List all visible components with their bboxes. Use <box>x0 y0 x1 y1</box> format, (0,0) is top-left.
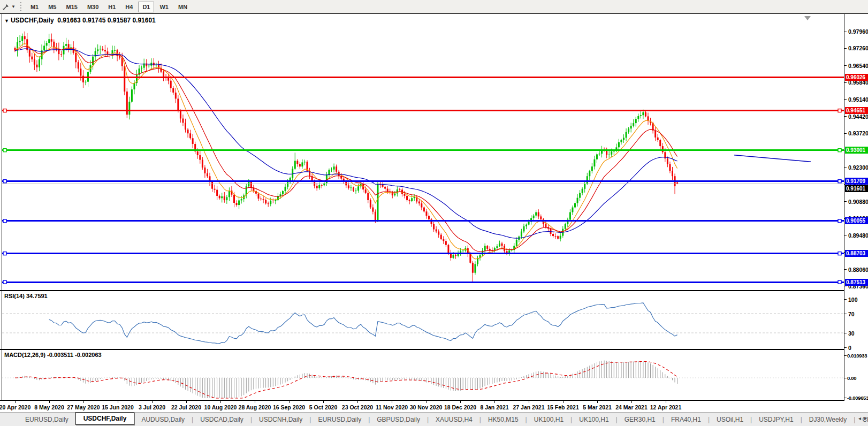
chart-tab[interactable]: USDCAD,Daily <box>193 414 250 425</box>
tab-scroll-right-icon[interactable]: ▸ <box>864 415 867 421</box>
date-label: 18 Dec 2020 <box>444 404 476 410</box>
date-tick-mark <box>289 401 290 403</box>
rsi-tick: 70 <box>848 311 855 317</box>
date-label: 22 Jul 2020 <box>171 404 201 410</box>
price-tick-mark <box>844 133 847 134</box>
chart-tab[interactable]: AUDUSD,Daily <box>134 414 192 425</box>
price-tick-mark <box>844 201 847 202</box>
rsi-tick-mark <box>844 299 847 300</box>
price-axis[interactable]: 0.979600.972600.965400.958400.951400.944… <box>844 14 868 401</box>
chart-tab[interactable]: UK100,H1 <box>572 414 615 425</box>
date-tick-mark <box>152 401 153 403</box>
timeframe-button-m15[interactable]: M15 <box>62 2 81 12</box>
date-tick-mark <box>597 401 598 403</box>
date-label: 30 Nov 2020 <box>410 404 443 410</box>
dropdown-arrow-icon[interactable]: ▼ <box>11 4 16 9</box>
price-tick: 0.96540 <box>848 63 868 69</box>
macd-label: MACD(12,26,9) -0.003511 -0.002063 <box>4 352 102 358</box>
date-tick-mark <box>494 401 495 403</box>
chart-tab[interactable]: XAUUSD,H4 <box>429 414 479 425</box>
rsi-line-group <box>2 303 844 344</box>
timeframe-button-w1[interactable]: W1 <box>155 2 173 12</box>
date-tick-mark <box>357 401 358 403</box>
price-tick-mark <box>844 99 847 100</box>
chart-tab[interactable]: GER30,H1 <box>618 414 663 425</box>
price-tick: 0.90880 <box>848 199 868 205</box>
timeframe-button-d1[interactable]: D1 <box>138 2 154 12</box>
date-label: 8 May 2020 <box>34 404 64 410</box>
panel-separator[interactable] <box>0 349 868 350</box>
panel-separator[interactable] <box>0 290 868 291</box>
chart-tab-bar: EURUSD,DailyUSDCHF,DailyAUDUSD,Daily|USD… <box>0 412 868 426</box>
date-label: 3 Jul 2020 <box>139 404 165 410</box>
chart-tab[interactable]: USDCNH,Daily <box>252 414 309 425</box>
price-tick-mark <box>844 168 847 168</box>
chart-tab[interactable]: EURUSD,Daily <box>18 414 75 425</box>
date-label: 5 Oct 2020 <box>309 404 338 410</box>
timeframe-toolbar: ▼ M1M5M15M30H1H4D1W1MN <box>0 0 868 14</box>
price-tick: 0.92300 <box>848 164 868 171</box>
date-label: 15 Jun 2020 <box>102 404 134 410</box>
date-tick-mark <box>426 401 427 403</box>
chart-tab[interactable]: DJ30,Weekly <box>802 414 854 425</box>
date-label: 16 Sep 2020 <box>273 404 305 410</box>
date-axis[interactable]: 20 Apr 2020 8 May 2020 27 May 2020 15 Ju… <box>0 401 868 413</box>
price-chart-plot[interactable] <box>2 14 844 291</box>
date-tick-mark <box>631 401 632 403</box>
chart-tab[interactable]: HK50,M15 <box>481 414 526 425</box>
chart-tab[interactable]: UK100,H1 <box>527 414 570 425</box>
rsi-tick: 100 <box>848 296 858 303</box>
date-label: 20 Apr 2020 <box>0 404 31 410</box>
macd-tick: 0.010933 <box>847 353 867 359</box>
chart-tab[interactable]: GBPUSD,Daily <box>370 414 427 425</box>
timeframe-button-m5[interactable]: M5 <box>44 2 60 12</box>
chart-tab[interactable]: USDJPY,H1 <box>752 414 800 425</box>
level-price-label: 0.96026 <box>845 74 868 81</box>
level-price-label: 0.87513 <box>845 279 868 286</box>
level-price-label: 0.93001 <box>845 147 868 154</box>
date-tick-mark <box>563 401 564 403</box>
chart-menu-caret-icon[interactable]: ▼ <box>4 18 9 24</box>
macd-tick: 0.00 <box>847 375 856 381</box>
price-tick-mark <box>844 269 847 270</box>
price-tick-mark <box>844 286 847 286</box>
chart-tab[interactable]: USDCHF,Daily <box>75 412 135 425</box>
timeframe-button-h1[interactable]: H1 <box>104 2 120 12</box>
date-tick-mark <box>460 401 461 403</box>
rsi-indicator-plot[interactable] <box>2 291 844 350</box>
date-tick-mark <box>392 401 392 403</box>
date-label: 23 Oct 2020 <box>342 404 373 410</box>
macd-tick-mark <box>844 355 847 356</box>
price-tick: 0.97960 <box>848 28 868 35</box>
date-label: 27 May 2020 <box>67 404 100 410</box>
timeframe-button-m30[interactable]: M30 <box>83 2 103 12</box>
trading-terminal: ▼ M1M5M15M30H1H4D1W1MN ▼USDCHF,Daily 0.9… <box>0 0 868 426</box>
macd-indicator-plot[interactable] <box>2 350 844 401</box>
level-price-label: 0.94651 <box>845 107 868 114</box>
timeframe-button-mn[interactable]: MN <box>174 2 192 12</box>
chart-title: ▼USDCHF,Daily 0.91663 0.91745 0.91587 0.… <box>4 17 156 24</box>
chart-tab[interactable]: EURUSD,Daily <box>311 414 368 425</box>
chart-window: ▼USDCHF,Daily 0.91663 0.91745 0.91587 0.… <box>0 13 868 413</box>
chart-ohlc-values: 0.91663 0.91745 0.91587 0.91601 <box>57 17 156 24</box>
rsi-tick: 0 <box>848 345 851 351</box>
price-tick-mark <box>844 116 847 117</box>
price-tick-mark <box>844 235 847 235</box>
date-tick-mark <box>220 401 221 403</box>
level-price-label: 0.88703 <box>845 250 868 257</box>
price-tick: 0.95140 <box>848 96 868 103</box>
macd-tick-mark <box>844 378 847 378</box>
chart-tab[interactable]: FRA40,H1 <box>664 414 708 425</box>
tab-scroll-left-icon[interactable]: ◂ <box>858 415 861 421</box>
macd-tick-mark <box>844 398 847 398</box>
price-tick-mark <box>844 32 847 32</box>
timeframe-button-h4[interactable]: H4 <box>121 2 137 12</box>
tab-scroll-controls: ◂ ▸ <box>858 415 867 421</box>
price-tick: 0.94420 <box>848 113 868 120</box>
chart-cursor-icon[interactable] <box>1 2 11 12</box>
toolbar-grip[interactable] <box>20 2 21 12</box>
chart-tab[interactable]: USOil,H1 <box>710 414 750 425</box>
macd-value: -0.003511 -0.002063 <box>47 352 102 358</box>
timeframe-button-m1[interactable]: M1 <box>26 2 43 12</box>
date-tick-mark <box>255 401 255 403</box>
